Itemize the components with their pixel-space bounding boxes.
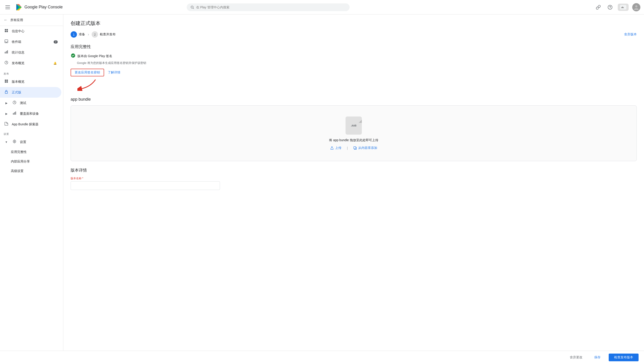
- bundle-section: app bundle .AAB 将 app bundle 拖放至此处即可上传: [70, 97, 637, 161]
- version-title: 版本详情: [70, 167, 637, 173]
- advanced-label: 高级设置: [11, 169, 58, 173]
- step-2-number: 2: [94, 33, 96, 36]
- step-2-label: 检查并发布: [100, 32, 116, 37]
- red-arrow-svg: [78, 77, 104, 91]
- svg-rect-17: [7, 50, 8, 54]
- internal-share-label: 内部应用分享: [11, 159, 58, 164]
- avatar[interactable]: [632, 3, 640, 11]
- step-2-circle: 2: [92, 31, 98, 38]
- library-add-button[interactable]: 从内容库添加: [353, 146, 377, 150]
- back-arrow-icon: ←: [4, 18, 8, 23]
- svg-rect-32: [354, 147, 356, 149]
- abandon-version-link[interactable]: 舍弃版本: [624, 32, 637, 37]
- sidebar-item-coverage[interactable]: ▶ 覆盖面和设备: [0, 108, 61, 119]
- publish-overview-badge-icon: 🔔: [52, 62, 58, 65]
- signed-check-icon: [70, 53, 76, 59]
- step-1: 1 准备: [70, 31, 85, 38]
- sidebar-item-dashboard[interactable]: 信息中心: [0, 26, 61, 37]
- appbundle-icon: [4, 122, 9, 127]
- bottom-toolbar: 舍弃更改 保存 检查发布版本: [0, 351, 644, 364]
- settings-chevron-icon: ▼: [4, 140, 9, 144]
- step-1-number: 1: [73, 33, 74, 36]
- settings-label: 设置: [20, 140, 58, 144]
- inbox-badge: 7: [54, 40, 58, 44]
- main-content: 创建正式版本 1 准备 › 2 检查并发布 舍弃版本 应用完整性: [63, 15, 644, 351]
- release-icon: [4, 90, 9, 95]
- upload-button[interactable]: 上传: [330, 146, 342, 150]
- version-name-input[interactable]: [70, 181, 220, 190]
- cloud-status-icon[interactable]: [618, 4, 628, 11]
- step-2: 2 检查并发布: [92, 31, 116, 38]
- link-icon-button[interactable]: [594, 3, 602, 11]
- discard-changes-button[interactable]: 舍弃更改: [566, 353, 586, 361]
- arrow-annotation: [78, 77, 637, 92]
- bundle-title: app bundle: [70, 97, 637, 102]
- inbox-icon: [4, 39, 9, 44]
- settings-icon: [12, 139, 17, 145]
- svg-rect-27: [16, 111, 16, 115]
- sidebar-item-release[interactable]: 正式版: [0, 87, 61, 98]
- svg-rect-21: [5, 81, 6, 83]
- test-label: 测试: [20, 101, 58, 105]
- version-name-label: 版本名称 *: [70, 176, 637, 180]
- svg-rect-15: [5, 52, 6, 54]
- aab-icon: .AAB: [346, 116, 362, 135]
- upload-area[interactable]: .AAB 将 app bundle 拖放至此处即可上传 上传 |: [70, 105, 637, 161]
- library-label: 从内容库添加: [358, 146, 377, 150]
- upload-label: 上传: [335, 146, 342, 150]
- sidebar-item-test[interactable]: ▶ 测试: [0, 98, 61, 108]
- inbox-label: 收件箱: [12, 40, 51, 44]
- learn-more-link[interactable]: 了解详情: [108, 71, 120, 75]
- integrity-btn-row: 更改应用签名密钥 了解详情: [70, 69, 637, 76]
- sidebar-item-internal-share[interactable]: 内部应用分享: [0, 157, 61, 166]
- publish-overview-icon: [4, 61, 9, 66]
- sidebar-item-stats[interactable]: 统计信息: [0, 47, 61, 58]
- dashboard-icon: [4, 29, 9, 34]
- help-icon-button[interactable]: [606, 3, 614, 11]
- publish-section-label: 发布: [0, 68, 63, 76]
- settings-section-label: 设置: [0, 130, 63, 137]
- hamburger-button[interactable]: [4, 4, 12, 11]
- stats-icon: [4, 50, 9, 55]
- required-star: *: [82, 177, 83, 180]
- change-key-button[interactable]: 更改应用签名密钥: [70, 69, 104, 76]
- test-chevron-icon: ▶: [4, 102, 9, 105]
- sidebar-item-appbundle[interactable]: App Bundle 探索器: [0, 119, 61, 130]
- sidebar-item-publish-overview[interactable]: 发布概览 🔔: [0, 58, 61, 68]
- upload-separator: |: [347, 146, 348, 150]
- page-title: 创建正式版本: [70, 20, 637, 27]
- svg-rect-11: [6, 29, 8, 30]
- release-label: 正式版: [12, 90, 58, 95]
- layout: ← 所有应用 信息中心 收件箱 7 统计信息 发布概览: [0, 15, 644, 351]
- sidebar-item-settings[interactable]: ▼ 设置: [0, 137, 61, 147]
- nav-right: [594, 3, 640, 11]
- search-bar: [187, 4, 350, 11]
- svg-rect-22: [6, 81, 8, 83]
- versions-icon: [4, 79, 9, 84]
- search-icon: [190, 5, 194, 9]
- back-all-apps[interactable]: ← 所有应用: [0, 15, 63, 26]
- sidebar-item-advanced[interactable]: 高级设置: [0, 166, 61, 176]
- coverage-chevron-icon: ▶: [4, 112, 9, 115]
- svg-rect-19: [5, 80, 6, 81]
- steps-bar: 1 准备 › 2 检查并发布 舍弃版本: [70, 31, 637, 38]
- app-integrity-label: 应用完整性: [11, 150, 58, 154]
- svg-rect-10: [5, 29, 6, 30]
- review-publish-button[interactable]: 检查发布版本: [609, 353, 638, 361]
- save-button[interactable]: 保存: [589, 353, 606, 361]
- version-section: 版本详情 版本名称 *: [70, 167, 637, 190]
- library-icon: [353, 146, 357, 150]
- app-name: Google Play Console: [24, 5, 63, 10]
- signed-row: 版本由 Google Play 签名: [70, 53, 637, 59]
- search-input[interactable]: [196, 6, 346, 9]
- sidebar-item-versions[interactable]: 版本概览: [0, 76, 61, 87]
- sidebar: ← 所有应用 信息中心 收件箱 7 统计信息 发布概览: [0, 15, 63, 351]
- sidebar-item-app-integrity[interactable]: 应用完整性: [0, 147, 61, 157]
- svg-line-5: [193, 8, 194, 9]
- svg-rect-25: [13, 113, 14, 115]
- svg-rect-23: [5, 92, 8, 93]
- svg-rect-20: [6, 80, 8, 81]
- sidebar-item-inbox[interactable]: 收件箱 7: [0, 37, 61, 47]
- versions-label: 版本概览: [12, 80, 58, 84]
- coverage-icon: [12, 111, 17, 116]
